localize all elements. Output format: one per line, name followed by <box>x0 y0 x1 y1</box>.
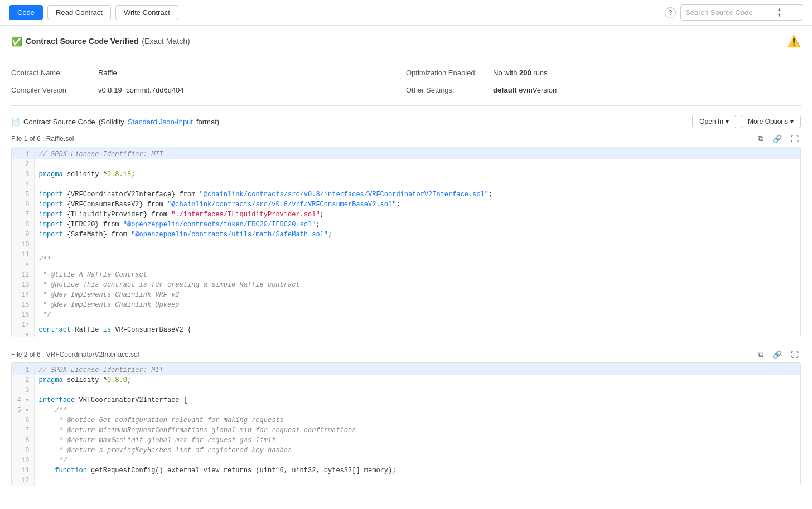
table-row: 10 */ <box>12 455 800 466</box>
line-code: * @title A Raffle Contract <box>34 270 800 280</box>
line-code: * @dev Implements Chainlink VRF v2 <box>34 290 800 300</box>
file1-expand-button[interactable]: ⛶ <box>789 133 801 144</box>
table-row: 5 import {VRFCoordinatorV2Interface} fro… <box>12 190 800 200</box>
optimization-row: Optimization Enabled: No with 200 runs <box>406 64 801 81</box>
table-row: 2 pragma solidity ^0.8.0; <box>12 375 800 385</box>
line-num: 10 <box>12 240 34 250</box>
table-row: 4 <box>12 180 800 190</box>
table-row: 3 <box>12 385 800 395</box>
file2-icons: ⧉ 🔗 ⛶ <box>756 348 801 360</box>
file1-link-button[interactable]: 🔗 <box>770 133 784 144</box>
warning-icon: ⚠️ <box>787 35 801 48</box>
table-row: 16 */ <box>12 310 800 320</box>
table-row: 5 ▾ /** <box>12 405 800 415</box>
contract-name-label: Contract Name: <box>11 69 89 77</box>
table-row: 15 * @dev Implements Chainlink Upkeep <box>12 300 800 310</box>
table-row: 14 * @dev Implements Chainlink VRF v2 <box>12 290 800 300</box>
code-section-header: 📄 Contract Source Code (Solidity Standar… <box>11 115 801 128</box>
file2-code-inner[interactable]: 1 // SPDX-License-Identifier: MIT 2 prag… <box>12 363 800 486</box>
code-title-suffix: format) <box>196 118 219 126</box>
other-settings-row: Other Settings: default evmVersion <box>406 81 801 99</box>
table-row: 9 * @return s_provingKeyHashes list of r… <box>12 445 800 455</box>
file1-label-text: File 1 of 6 : Raffle.sol <box>11 135 74 143</box>
code-actions: Open In ▾ More Options ▾ <box>692 115 801 128</box>
line-code: * @return minimumRequestConfirmations gl… <box>34 425 800 435</box>
line-num: 17 ▾ <box>12 320 34 337</box>
exact-match-text: (Exact Match) <box>142 37 190 46</box>
code-title: 📄 Contract Source Code (Solidity Standar… <box>11 118 219 126</box>
file1-code-block: 1 // SPDX-License-Identifier: MIT 2 3 pr… <box>11 147 801 337</box>
code-title-text: Contract Source Code <box>23 118 95 126</box>
table-row: 4 ▾ interface VRFCoordinatorV2Interface … <box>12 395 800 405</box>
line-code <box>34 159 800 169</box>
search-down-button[interactable]: ▼ <box>777 13 782 18</box>
line-num: 9 <box>12 230 34 240</box>
line-code: function getRequestConfig() external vie… <box>34 466 800 476</box>
line-num: 2 <box>12 375 34 385</box>
more-options-button[interactable]: More Options ▾ <box>741 115 801 128</box>
help-icon[interactable]: ? <box>665 7 676 18</box>
line-code: */ <box>34 455 800 466</box>
file1-icons: ⧉ 🔗 ⛶ <box>756 133 801 144</box>
open-in-button[interactable]: Open In ▾ <box>692 115 736 128</box>
table-row: 1 // SPDX-License-Identifier: MIT <box>12 147 800 159</box>
line-code: import {ILiquidityProvider} from "./inte… <box>34 210 800 220</box>
other-settings-default: default <box>493 86 517 94</box>
line-num: 12 <box>12 270 34 280</box>
line-num: 6 <box>12 415 34 425</box>
compiler-label: Compiler Version <box>11 86 89 94</box>
line-code: */ <box>34 310 800 320</box>
file1-code-inner[interactable]: 1 // SPDX-License-Identifier: MIT 2 3 pr… <box>12 147 800 337</box>
line-num: 5 <box>12 190 34 200</box>
line-num: 14 <box>12 290 34 300</box>
search-chevrons: ▲ ▼ <box>777 7 782 18</box>
verified-left: ✅ Contract Source Code Verified (Exact M… <box>11 36 190 47</box>
table-row: 11 function getRequestConfig() external … <box>12 466 800 476</box>
line-code: pragma solidity ^0.8.18; <box>34 169 800 180</box>
code-button[interactable]: Code <box>9 5 43 20</box>
line-code: interface VRFCoordinatorV2Interface { <box>34 395 800 405</box>
optimization-suffix: with 200 runs <box>504 69 547 77</box>
file2-expand-button[interactable]: ⛶ <box>789 348 801 360</box>
line-num: 12 <box>12 476 34 486</box>
line-code: // SPDX-License-Identifier: MIT <box>34 147 800 159</box>
main-content: ✅ Contract Source Code Verified (Exact M… <box>0 26 812 506</box>
line-code: * @notice This contract is for creating … <box>34 280 800 290</box>
compiler-row: Compiler Version v0.8.19+commit.7dd6d404 <box>11 81 406 99</box>
contract-name-value: Raffle <box>98 69 117 77</box>
line-num: 8 <box>12 220 34 230</box>
table-row: 3 pragma solidity ^0.8.18; <box>12 169 800 180</box>
file2-link-button[interactable]: 🔗 <box>770 348 784 360</box>
line-num: 1 <box>12 363 34 375</box>
toolbar: Code Read Contract Write Contract ? ▲ ▼ <box>0 0 812 26</box>
verified-checkmark-icon: ✅ <box>11 36 22 47</box>
table-row: 12 * @title A Raffle Contract <box>12 270 800 280</box>
file1-label-row: File 1 of 6 : Raffle.sol ⧉ 🔗 ⛶ <box>11 133 801 144</box>
line-code: import {VRFConsumerBaseV2} from "@chainl… <box>34 200 800 210</box>
write-contract-button[interactable]: Write Contract <box>115 5 178 20</box>
line-code: /** <box>34 250 800 270</box>
read-contract-button[interactable]: Read Contract <box>47 5 111 20</box>
table-row: 2 <box>12 159 800 169</box>
line-num: 9 <box>12 445 34 455</box>
line-num: 2 <box>12 159 34 169</box>
table-row: 7 * @return minimumRequestConfirmations … <box>12 425 800 435</box>
line-code: import {VRFCoordinatorV2Interface} from … <box>34 190 800 200</box>
file2-code-table: 1 // SPDX-License-Identifier: MIT 2 prag… <box>12 363 800 486</box>
file1-copy-button[interactable]: ⧉ <box>756 133 766 144</box>
standard-json-input-link[interactable]: Standard Json-Input <box>128 118 193 126</box>
line-num: 13 <box>12 280 34 290</box>
line-num: 7 <box>12 210 34 220</box>
table-row: 13 * @notice This contract is for creati… <box>12 280 800 290</box>
contract-name-row: Contract Name: Raffle <box>11 64 406 81</box>
table-row: 6 * @notice Get configuration relevant f… <box>12 415 800 425</box>
line-code: import {IERC20} from "@openzeppelin/cont… <box>34 220 800 230</box>
search-up-button[interactable]: ▲ <box>777 7 782 12</box>
code-title-prefix: (Solidity <box>99 118 124 126</box>
line-code: import {SafeMath} from "@openzeppelin/co… <box>34 230 800 240</box>
line-code: contract Raffle is VRFConsumerBaseV2 { <box>34 320 800 337</box>
file2-copy-button[interactable]: ⧉ <box>756 348 766 360</box>
line-num: 5 ▾ <box>12 405 34 415</box>
search-input[interactable] <box>685 8 775 17</box>
table-row: 7 import {ILiquidityProvider} from "./in… <box>12 210 800 220</box>
